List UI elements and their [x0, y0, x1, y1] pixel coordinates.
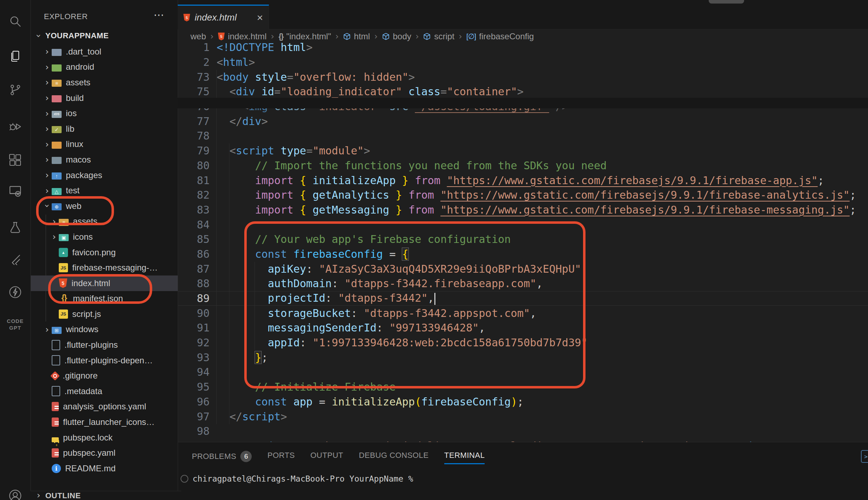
- tree-item-index-html[interactable]: ›5index.html: [30, 275, 178, 291]
- tree-item-packages[interactable]: ›↑packages: [30, 167, 178, 183]
- tree-item-windows[interactable]: ›⊞windows: [30, 322, 178, 337]
- flutter-icon[interactable]: [5, 250, 25, 270]
- code-line-95[interactable]: 95 // Initialize Firebase: [178, 380, 868, 394]
- code-line-75[interactable]: 75 <div id="loading_indicator" class="co…: [178, 84, 868, 99]
- panel-tab-label: PROBLEMS: [192, 452, 236, 461]
- tree-item--dart-tool[interactable]: ›.dart_tool: [30, 44, 178, 59]
- panel-tab-problems[interactable]: PROBLEMS6: [192, 451, 252, 465]
- extensions-icon[interactable]: [5, 150, 25, 170]
- code-line-1[interactable]: 1<!DOCTYPE html>: [178, 40, 868, 55]
- chevron-icon[interactable]: ›: [42, 108, 52, 119]
- panel-tab-output[interactable]: OUTPUT: [310, 451, 343, 463]
- remote-explorer-icon[interactable]: [5, 181, 25, 201]
- code-line-90[interactable]: 90 storageBucket: "dtapps-f3442.appspot.…: [178, 306, 868, 320]
- code-line-97[interactable]: 97 </script>: [178, 409, 868, 424]
- panel-tab-label: PORTS: [267, 451, 295, 460]
- tree-item-assets[interactable]: ›≡assets: [30, 75, 178, 90]
- chevron-icon[interactable]: ›: [42, 93, 52, 103]
- more-actions-icon[interactable]: ⋯: [154, 8, 164, 21]
- tree-item-favicon-png[interactable]: ›▲favicon.png: [30, 245, 178, 260]
- chevron-icon[interactable]: ›: [42, 154, 52, 165]
- chevron-icon[interactable]: ›: [50, 232, 59, 242]
- code-line-77[interactable]: 77 </div>: [178, 114, 868, 129]
- outline-section-header[interactable]: › OUTLINE: [30, 491, 181, 500]
- explorer-icon[interactable]: [5, 46, 25, 66]
- chevron-icon[interactable]: ›: [42, 46, 52, 57]
- panel-tab-ports[interactable]: PORTS: [267, 451, 295, 463]
- tree-item-lib[interactable]: ›✓lib: [30, 121, 178, 137]
- tree-item-label: test: [66, 186, 80, 195]
- tree-item-web[interactable]: ›⊕web: [30, 198, 178, 214]
- code-line-89[interactable]: 89 projectId: "dtapps-f3442",: [178, 291, 868, 306]
- code-line-88[interactable]: 88 authDomain: "dtapps-f3442.firebaseapp…: [178, 276, 868, 291]
- code-line-86[interactable]: 86 const firebaseConfig = {: [178, 247, 868, 262]
- tree-item-macos[interactable]: ›macos: [30, 152, 178, 167]
- close-icon[interactable]: ×: [257, 12, 263, 23]
- bolt-icon[interactable]: [5, 282, 25, 302]
- image-file-icon: ▲: [59, 248, 68, 257]
- code-line-78[interactable]: 78: [178, 129, 868, 143]
- terminal-launch-icon[interactable]: >_: [861, 450, 868, 463]
- tree-item--flutter-plugins[interactable]: ›.flutter-plugins: [30, 337, 178, 353]
- run-debug-icon[interactable]: [5, 116, 25, 136]
- code-line-73[interactable]: 73<body style="overflow: hidden">: [178, 69, 868, 84]
- code-line-87[interactable]: 87 apiKey: "AIzaSyC3aX3uqQ4D5XR29e9iiQoB…: [178, 261, 868, 276]
- search-icon[interactable]: [5, 11, 25, 31]
- tree-item-flutter-launcher-icons-[interactable]: ›flutter_launcher_icons…: [30, 414, 178, 430]
- code-line-91[interactable]: 91 messagingSenderId: "997133946428",: [178, 320, 868, 335]
- tree-item--metadata[interactable]: ›.metadata: [30, 383, 178, 399]
- tree-item-pubspec-lock[interactable]: ›pubspec.lock: [30, 430, 178, 445]
- chevron-icon[interactable]: ›: [42, 170, 52, 180]
- editor-tab-bar: [178, 5, 868, 29]
- line-number: 80: [178, 159, 210, 172]
- code-line-85[interactable]: 85 // Your web app's Firebase configurat…: [178, 232, 868, 247]
- code-text: </div>: [217, 115, 268, 127]
- panel-tab-debug-console[interactable]: DEBUG CONSOLE: [359, 451, 429, 463]
- tree-item-android[interactable]: ›android: [30, 59, 178, 75]
- tree-item-analysis-options-yaml[interactable]: ›analysis_options.yaml: [30, 399, 178, 415]
- tree-item-icons[interactable]: ›▣icons: [30, 229, 178, 245]
- chevron-icon[interactable]: ›: [42, 62, 52, 72]
- code-line-84[interactable]: 84: [178, 217, 868, 232]
- tree-item-manifest-json[interactable]: ›{}manifest.json: [30, 291, 178, 307]
- tree-item-pubspec-yaml[interactable]: ›pubspec.yaml: [30, 445, 178, 461]
- code-line-82[interactable]: 82 import { getAnalytics } from "https:/…: [178, 188, 868, 203]
- tree-item-script-js[interactable]: ›JSscript.js: [30, 306, 178, 322]
- tree-item-test[interactable]: ›△test: [30, 183, 178, 198]
- tree-item-build[interactable]: ›build: [30, 90, 178, 106]
- code-line-93[interactable]: 93 };: [178, 350, 868, 365]
- chevron-icon[interactable]: ›: [42, 77, 52, 87]
- panel-tab-terminal[interactable]: TERMINAL: [444, 451, 485, 464]
- code-line-83[interactable]: 83 import { getMessaging } from "https:/…: [178, 203, 868, 217]
- chevron-icon[interactable]: ›: [42, 186, 52, 196]
- code-line-79[interactable]: 79 <script type="module">: [178, 143, 868, 158]
- code-line-96[interactable]: 96 const app = initializeApp(firebaseCon…: [178, 394, 868, 409]
- tree-item--gitignore[interactable]: ›.gitignore: [30, 368, 178, 383]
- tree-item-assets[interactable]: ›≡assets: [30, 214, 178, 229]
- workspace-section-header[interactable]: › YOURAPPNAME: [34, 30, 178, 41]
- code-line-92[interactable]: 92 appId: "1:997133946428:web:2bcdc158a6…: [178, 335, 868, 350]
- code-line-80[interactable]: 80 // Import the functions you need from…: [178, 158, 868, 173]
- tree-item-readme-md[interactable]: ›iREADME.md: [30, 461, 178, 476]
- code-line-94[interactable]: 94: [178, 365, 868, 380]
- tab-index-html[interactable]: 5 index.html ×: [178, 5, 269, 29]
- chevron-icon[interactable]: ›: [42, 201, 52, 211]
- chevron-icon[interactable]: ›: [42, 324, 52, 335]
- terminal[interactable]: chiragpatel@Chirags-MacBook-Pro YourAppN…: [181, 474, 413, 483]
- test-beaker-icon[interactable]: [5, 218, 25, 238]
- account-icon[interactable]: [5, 486, 25, 500]
- code-line-99[interactable]: 99 <script src="https://cdn.jsdelivr.net…: [178, 439, 868, 442]
- tree-item-label: .gitignore: [63, 371, 98, 381]
- chevron-icon[interactable]: ›: [42, 124, 52, 134]
- tree-item--flutter-plugins-depen-[interactable]: ›.flutter-plugins-depen…: [30, 353, 178, 368]
- chevron-icon[interactable]: ›: [50, 216, 59, 227]
- tree-item-ios[interactable]: ›iOSios: [30, 106, 178, 121]
- tree-item-firebase-messaging-[interactable]: ›JSfirebase-messaging-…: [30, 260, 178, 275]
- code-line-98[interactable]: 98: [178, 424, 868, 439]
- code-line-2[interactable]: 2<html>: [178, 55, 868, 70]
- chevron-icon[interactable]: ›: [42, 139, 52, 149]
- tree-item-linux[interactable]: ›linux: [30, 137, 178, 152]
- source-control-icon[interactable]: [5, 80, 25, 100]
- code-line-81[interactable]: 81 import { initializeApp } from "https:…: [178, 173, 868, 188]
- activity-bar: CODE GPT: [0, 0, 31, 500]
